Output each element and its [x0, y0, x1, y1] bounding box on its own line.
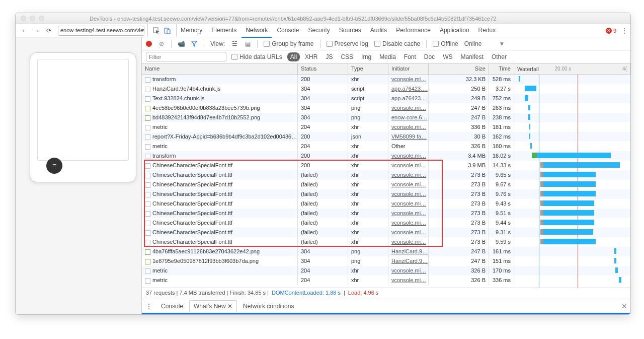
col-status[interactable]: Status: [298, 63, 348, 74]
group-checkbox[interactable]: [264, 41, 270, 47]
drawer-more-icon[interactable]: ⋮: [145, 303, 153, 310]
table-row[interactable]: ChineseCharacterSpecialFont.ttf(failed)x…: [142, 218, 630, 228]
clear-icon[interactable]: ⊘: [158, 40, 165, 47]
table-header: Name Status Type Initiator Size Time Wat…: [142, 63, 630, 75]
preview-frame: ≡: [30, 52, 136, 182]
view-label: View:: [210, 40, 225, 47]
overview-icon[interactable]: ▤: [244, 40, 251, 47]
preview-canvas: [37, 59, 129, 161]
back-icon[interactable]: ←: [20, 26, 30, 35]
table-row[interactable]: 4ba76fffa5aec91126b83e27043622e42.png304…: [142, 247, 630, 256]
error-icon: ✕: [606, 28, 612, 34]
tab-network[interactable]: Network: [242, 24, 272, 38]
chip-img[interactable]: Img: [358, 52, 374, 61]
inspect-icon[interactable]: [153, 27, 160, 34]
tab-redux[interactable]: Redux: [474, 24, 500, 38]
chip-xhr[interactable]: XHR: [302, 52, 320, 61]
forward-icon[interactable]: →: [32, 26, 42, 35]
titlebar: DevTools - enow-testing4.test.seewo.com/…: [16, 13, 630, 24]
col-initiator[interactable]: Initiator: [388, 63, 429, 74]
tab-memory[interactable]: Memory: [177, 24, 206, 38]
window-title: DevTools - enow-testing4.test.seewo.com/…: [49, 16, 630, 22]
table-row[interactable]: metric204xhrvconsole.mi…336 B181 ms: [142, 122, 630, 132]
hide-urls-checkbox[interactable]: [231, 54, 237, 60]
table-row[interactable]: HanziCard.9e74b4.chunk.js304scriptapp.a7…: [142, 84, 630, 94]
chip-css[interactable]: CSS: [338, 52, 356, 61]
max-dot[interactable]: [39, 16, 44, 21]
svg-rect-2: [167, 30, 170, 34]
chip-ws[interactable]: WS: [440, 52, 455, 61]
table-row[interactable]: metric204xhrOther326 B180 ms: [142, 142, 630, 151]
throttle-select[interactable]: Online▼: [464, 40, 505, 47]
error-badge[interactable]: ✕9: [606, 28, 616, 34]
menu-fab[interactable]: ≡: [46, 158, 62, 174]
tab-application[interactable]: Application: [436, 24, 473, 38]
chip-all[interactable]: All: [287, 52, 300, 61]
filter-input[interactable]: [146, 52, 226, 61]
chip-js[interactable]: JS: [323, 52, 336, 61]
table-row[interactable]: ChineseCharacterSpecialFont.ttf200xhrvco…: [142, 161, 630, 170]
requests-table: transform200xhrvconsole.mi…32.3 KB528 ms…: [142, 75, 630, 288]
devtools-window: DevTools - enow-testing4.test.seewo.com/…: [15, 13, 631, 315]
disable-cache-checkbox[interactable]: [374, 41, 380, 47]
table-row[interactable]: bd4839242143f94d8d7ee4b7d10b2552.png304p…: [142, 113, 630, 122]
table-row[interactable]: transform200xhrvconsole.mi…3.4 MB16.02 s: [142, 151, 630, 161]
network-toolbar: ⊘ 📹 View: ☱ ▤ Group by frame Preserve lo…: [142, 37, 630, 50]
table-row[interactable]: metric204xhrvconsole.mi…326 B170 ms: [142, 266, 630, 276]
table-row[interactable]: metric204xhrvconsole.mi…326 B336 ms: [142, 276, 630, 285]
chip-media[interactable]: Media: [376, 52, 399, 61]
table-row[interactable]: ChineseCharacterSpecialFont.ttf(failed)x…: [142, 228, 630, 237]
table-row[interactable]: 4ec58be96b0e00ef0b838a23bee5739b.png304p…: [142, 103, 630, 113]
col-time[interactable]: Time: [489, 63, 514, 74]
tab-elements[interactable]: Elements: [207, 24, 240, 38]
table-row[interactable]: ChineseCharacterSpecialFont.ttf(failed)x…: [142, 199, 630, 209]
top-toolbar: ← → ⟳ enow-testing4.test.seewo.com/view …: [16, 24, 630, 37]
table-row[interactable]: 1e8795e9e050987812f93bb3f603b7da.png304p…: [142, 256, 630, 266]
tab-console[interactable]: Console: [273, 24, 303, 38]
panel-tabs: MemoryElementsNetworkConsoleSecuritySour…: [177, 24, 606, 38]
table-row[interactable]: ChineseCharacterSpecialFont.ttf(failed)x…: [142, 237, 630, 247]
url-field[interactable]: enow-testing4.test.seewo.com/view: [58, 26, 144, 36]
status-bar: 37 requests | 7.4 MB transferred | Finis…: [142, 288, 630, 299]
window-controls: [16, 16, 49, 21]
col-name[interactable]: Name: [142, 63, 298, 74]
camera-icon[interactable]: 📹: [178, 40, 185, 47]
filter-icon[interactable]: [191, 40, 198, 47]
offline-checkbox[interactable]: [433, 41, 439, 47]
drawer-netcond[interactable]: Network conditions: [239, 301, 298, 312]
table-row[interactable]: ChineseCharacterSpecialFont.ttf(failed)x…: [142, 189, 630, 199]
preserve-checkbox[interactable]: [327, 41, 333, 47]
chip-doc[interactable]: Doc: [421, 52, 438, 61]
drawer-accent: [142, 313, 630, 314]
close-dot[interactable]: [21, 16, 26, 21]
tab-sources[interactable]: Sources: [335, 24, 365, 38]
reload-icon[interactable]: ⟳: [44, 26, 54, 35]
chip-font[interactable]: Font: [401, 52, 419, 61]
table-row[interactable]: transform200xhrvconsole.mi…32.3 KB528 ms: [142, 75, 630, 84]
min-dot[interactable]: [30, 16, 35, 21]
drawer-whatsnew[interactable]: What's New ✕: [189, 300, 237, 312]
col-size[interactable]: Size: [429, 63, 489, 74]
tab-security[interactable]: Security: [304, 24, 334, 38]
table-row[interactable]: Text.932824.chunk.js304scriptapp.a76423.…: [142, 94, 630, 103]
chip-other[interactable]: Other: [489, 52, 510, 61]
drawer-tabs: ⋮ Console What's New ✕ Network condition…: [142, 299, 630, 313]
table-row[interactable]: report?X-Friday-Appid=b636b9b4df9c3ba2d1…: [142, 132, 630, 142]
table-row[interactable]: ChineseCharacterSpecialFont.ttf(failed)x…: [142, 170, 630, 180]
device-icon[interactable]: [164, 27, 171, 34]
chip-manifest[interactable]: Manifest: [458, 52, 487, 61]
drawer-console[interactable]: Console: [157, 301, 187, 312]
table-row[interactable]: ChineseCharacterSpecialFont.ttf(failed)x…: [142, 209, 630, 218]
tab-audits[interactable]: Audits: [366, 24, 391, 38]
tab-performance[interactable]: Performance: [392, 24, 435, 38]
record-icon[interactable]: [146, 41, 152, 47]
device-preview: ≡: [16, 37, 142, 314]
drawer-close-icon[interactable]: ✕: [621, 302, 627, 310]
more-icon[interactable]: ⋮: [620, 27, 628, 34]
large-rows-icon[interactable]: ☱: [231, 40, 238, 47]
table-row[interactable]: ChineseCharacterSpecialFont.ttf(failed)x…: [142, 180, 630, 189]
col-type[interactable]: Type: [348, 63, 388, 74]
col-waterfall[interactable]: Waterfall20.00 s4(: [514, 63, 630, 74]
network-filter-bar: Hide data URLs AllXHRJSCSSImgMediaFontDo…: [142, 50, 630, 63]
